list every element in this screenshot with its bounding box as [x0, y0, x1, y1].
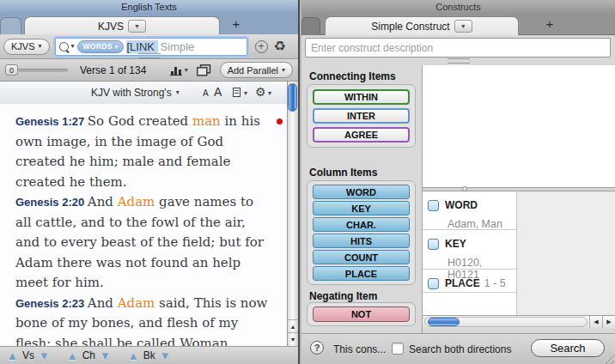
chevron-down-icon[interactable]: ▾	[244, 90, 247, 97]
scroll-left-button[interactable]: ◀	[589, 316, 602, 328]
nav-label: Bk	[143, 349, 155, 361]
construct-column[interactable]: WORDAdam, ManKEYH0120, H0121PLACE1 - 5	[423, 191, 517, 315]
construct-item-inter[interactable]: INTER	[313, 108, 410, 124]
verse[interactable]: Genesis 1:27 So God created man in his o…	[15, 112, 273, 192]
next-vs-button[interactable]: ▼	[39, 350, 50, 361]
entry-checkbox[interactable]	[428, 239, 439, 250]
search-button[interactable]: Search	[531, 339, 605, 357]
construct-item-within[interactable]: WITHIN	[313, 89, 410, 105]
search-scope-pill[interactable]: WORDS ▾	[77, 40, 125, 53]
entry-label: KEY	[445, 238, 466, 250]
verse-slider-thumb[interactable]: 0	[5, 64, 18, 76]
tab-dropdown-icon[interactable]: ▾	[454, 20, 472, 33]
add-parallel-button[interactable]: Add Parallel ▾	[220, 62, 293, 78]
verse-slider-track[interactable]	[18, 69, 68, 72]
window-title: English Texts	[121, 2, 177, 12]
chevron-down-icon: ▾	[176, 89, 180, 96]
chevron-down-icon[interactable]: ▾	[268, 90, 271, 97]
verse-reference[interactable]: Genesis 2:23	[15, 297, 88, 310]
add-search-criteria-button[interactable]: +	[255, 40, 268, 53]
increase-font-button[interactable]: A	[214, 85, 222, 99]
construct-entry-empty[interactable]	[423, 293, 516, 318]
scrollbar-thumb[interactable]	[288, 83, 297, 112]
scroll-down-button[interactable]: ▼	[288, 332, 298, 346]
construct-entry-word[interactable]: WORDAdam, Man	[423, 191, 516, 230]
entry-value: 1 - 5	[484, 277, 506, 289]
nav-label: Ch	[82, 349, 95, 361]
window-titlebar[interactable]: Constructs	[301, 0, 615, 15]
scroll-right-button[interactable]: ▶	[602, 316, 615, 328]
search-icon[interactable]	[59, 42, 69, 52]
construct-entry-place[interactable]: PLACE1 - 5	[423, 270, 516, 293]
checkbox-label: Search both directions	[409, 343, 511, 355]
bible-text-pane[interactable]: Genesis 1:27 So God created man in his o…	[0, 104, 287, 346]
tab-simple-construct[interactable]: Simple Construct ▾	[325, 16, 519, 35]
details-pane-icon[interactable]	[197, 64, 211, 76]
search-options-chevron-icon[interactable]: ▾	[71, 43, 75, 50]
query-ghost-text: Simple	[161, 40, 195, 53]
background-tab-stub[interactable]	[301, 17, 320, 35]
background-tab-stub[interactable]	[0, 17, 21, 35]
entry-checkbox[interactable]	[428, 200, 439, 211]
translation-selector-button[interactable]: KJVS ▾	[3, 39, 50, 55]
previous-vs-button[interactable]: ▲	[7, 350, 18, 361]
display-settings-icon[interactable]	[233, 88, 241, 97]
new-tab-button[interactable]: +	[539, 14, 561, 33]
construct-item-key[interactable]: KEY	[313, 201, 410, 215]
help-button[interactable]: ?	[310, 341, 324, 355]
tab-dropdown-icon[interactable]: ▾	[128, 20, 146, 33]
analysis-chart-icon[interactable]	[170, 65, 182, 76]
search-both-directions-checkbox[interactable]	[392, 343, 404, 355]
pane-drag-handle[interactable]	[448, 58, 470, 64]
text-version-selector[interactable]: KJV with Strong's ▾	[91, 82, 180, 104]
chevron-down-icon[interactable]: ▾	[185, 67, 188, 74]
search-toolbar: KJVS ▾ ▾ WORDS ▾ [LINK Simple + ♻	[0, 34, 298, 59]
verse-text: And	[88, 295, 118, 311]
tab-bar: Simple Construct ▾ +	[301, 14, 615, 35]
previous-ch-button[interactable]: ▲	[67, 350, 78, 361]
previous-bk-button[interactable]: ▲	[128, 350, 139, 361]
window-titlebar[interactable]: English Texts	[0, 0, 298, 15]
toolbar-drag-handle[interactable]	[138, 53, 161, 58]
chevron-down-icon: ▾	[39, 43, 42, 50]
entry-label: WORD	[445, 199, 478, 211]
construct-item-hits[interactable]: HITS	[313, 234, 410, 248]
construct-description-input[interactable]	[305, 38, 611, 58]
chevron-down-icon: ▾	[282, 67, 285, 74]
decrease-font-button[interactable]: A	[203, 88, 209, 98]
horizontal-scrollbar[interactable]: ◀ ▶	[423, 315, 615, 328]
construct-workspace[interactable]	[423, 65, 615, 187]
window-resize-grip[interactable]	[603, 353, 614, 364]
construct-item-agree[interactable]: AGREE	[313, 127, 410, 143]
verse-reference[interactable]: Genesis 1:27	[15, 115, 88, 128]
verse-text: So God created	[88, 113, 192, 129]
english-texts-window: English Texts KJVS ▾ + KJVS ▾ ▾ WORDS	[0, 0, 300, 364]
tab-label: KJVS	[98, 21, 124, 33]
update-search-icon[interactable]: ♻	[274, 39, 286, 53]
next-ch-button[interactable]: ▼	[100, 350, 111, 361]
vertical-scrollbar[interactable]: ▲ ▼	[287, 82, 298, 346]
hit-word: Adam	[118, 295, 155, 311]
next-bk-button[interactable]: ▼	[160, 350, 171, 361]
tab-kjvs[interactable]: KJVS ▾	[24, 16, 220, 35]
construct-entry-key[interactable]: KEYH0120, H0121	[423, 230, 516, 270]
construct-item-place[interactable]: PLACE	[313, 266, 410, 281]
empty-column-area[interactable]	[517, 191, 615, 315]
entry-checkbox[interactable]	[428, 278, 439, 289]
construct-item-count[interactable]: COUNT	[313, 250, 410, 264]
scrollbar-thumb[interactable]	[428, 318, 460, 326]
construct-bottom-bar: ? This cons... Search both directions Se…	[301, 333, 615, 364]
scrollbar-track[interactable]	[424, 317, 588, 327]
construct-item-word[interactable]: WORD	[313, 185, 410, 199]
negating-item-group: NOT	[307, 302, 416, 326]
new-tab-button[interactable]: +	[225, 14, 247, 33]
construct-item-char[interactable]: CHAR.	[313, 217, 410, 232]
verse-marker-dot	[277, 118, 283, 124]
verse[interactable]: Genesis 2:20 And Adam gave names to all …	[15, 192, 273, 294]
verse-reference[interactable]: Genesis 2:20	[15, 196, 88, 209]
entry-value: Adam, Man	[448, 218, 516, 230]
gear-icon[interactable]: ⚙	[255, 86, 266, 98]
construct-item-not[interactable]: NOT	[313, 306, 410, 322]
scroll-up-button[interactable]: ▲	[288, 319, 298, 333]
verse[interactable]: Genesis 2:23 And Adam said, This is now …	[15, 294, 273, 347]
